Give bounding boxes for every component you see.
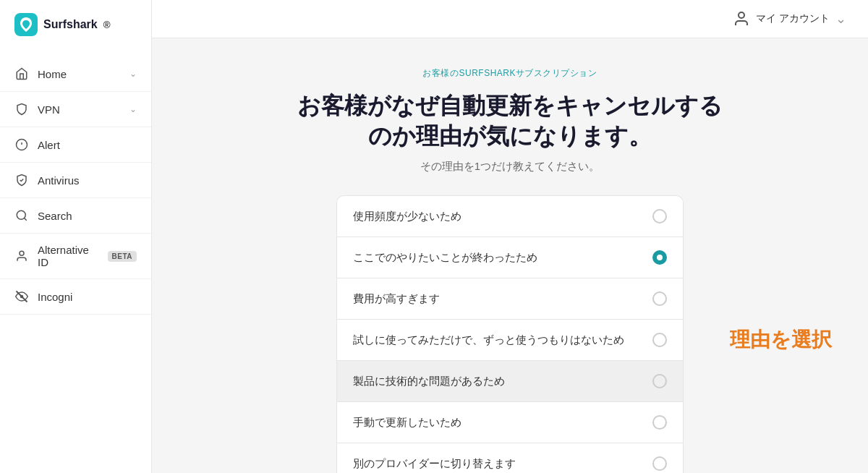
option-item[interactable]: 別のプロバイダーに切り替えます	[336, 443, 684, 473]
option-item[interactable]: ここでのやりたいことが終わったため	[336, 236, 684, 278]
search-icon	[14, 208, 29, 223]
logo-trademark: ®	[103, 20, 111, 30]
sidebar-item-antivirus[interactable]: Antivirus	[0, 163, 151, 198]
topbar: マイ アカウント ⌄	[152, 0, 868, 38]
svg-point-9	[739, 12, 744, 18]
account-label: マイ アカウント	[756, 12, 830, 25]
radio-button[interactable]	[652, 333, 667, 347]
option-label: ここでのやりたいことが終わったため	[353, 251, 537, 265]
main-content: マイ アカウント ⌄ お客様のSURFSHARKサブスクリプション お客様がなぜ…	[152, 0, 868, 473]
sidebar-item-antivirus-label: Antivirus	[38, 174, 137, 187]
sidebar-item-alternative-id-label: Alternative ID	[38, 244, 99, 268]
option-label: 費用が高すぎます	[353, 292, 440, 306]
options-list: 使用頻度が少ないためここでのやりたいことが終わったため費用が高すぎます試しに使っ…	[336, 195, 684, 473]
content-area: お客様のSURFSHARKサブスクリプション お客様がなぜ自動更新をキャンセルす…	[152, 38, 868, 473]
sidebar-item-alternative-id[interactable]: Alternative ID BETA	[0, 234, 151, 279]
chevron-down-icon: ⌄	[835, 11, 846, 27]
svg-point-4	[17, 210, 25, 219]
option-item[interactable]: 使用頻度が少ないため	[336, 195, 684, 236]
person-icon	[14, 249, 29, 263]
option-label: 製品に技術的な問題があるため	[353, 375, 505, 388]
option-label: 別のプロバイダーに切り替えます	[353, 457, 516, 471]
radio-button[interactable]	[652, 209, 667, 223]
radio-button[interactable]	[652, 250, 667, 265]
logo-text: Surfshark	[43, 18, 98, 31]
sidebar-item-home[interactable]: Home ⌄	[0, 56, 151, 92]
chevron-down-icon: ⌄	[129, 104, 137, 114]
svg-line-5	[24, 218, 26, 220]
sidebar-item-alert-label: Alert	[38, 139, 137, 151]
account-button[interactable]: マイ アカウント ⌄	[733, 10, 846, 27]
radio-button[interactable]	[652, 374, 667, 388]
sidebar: Surfshark ® Home ⌄ VPN ⌄	[0, 0, 152, 473]
sub-title: その理由を1つだけ教えてください。	[420, 160, 600, 174]
subscription-label: お客様のSURFSHARKサブスクリプション	[422, 67, 597, 80]
nav-items: Home ⌄ VPN ⌄ Alert	[0, 49, 151, 473]
sidebar-item-search[interactable]: Search	[0, 198, 151, 234]
shield-icon	[14, 102, 29, 116]
beta-badge: BETA	[108, 251, 137, 262]
incogni-icon	[14, 289, 29, 304]
sidebar-item-vpn[interactable]: VPN ⌄	[0, 92, 151, 127]
chevron-down-icon: ⌄	[129, 69, 137, 79]
radio-button[interactable]	[652, 291, 667, 306]
sidebar-item-home-label: Home	[38, 68, 121, 80]
antivirus-icon	[14, 173, 29, 187]
option-label: 使用頻度が少ないため	[353, 210, 461, 223]
sidebar-item-incogni[interactable]: Incogni	[0, 279, 151, 315]
alert-icon	[14, 137, 29, 152]
logo: Surfshark ®	[0, 0, 151, 49]
floating-label: 理由を選択	[730, 326, 832, 354]
option-item[interactable]: 費用が高すぎます	[336, 278, 684, 319]
sidebar-item-vpn-label: VPN	[38, 103, 121, 116]
radio-button[interactable]	[652, 456, 667, 471]
svg-point-6	[20, 251, 24, 255]
main-title: お客様がなぜ自動更新をキャンセルするのか理由が気になります。	[293, 91, 727, 151]
option-item[interactable]: 試しに使ってみただけで、ずっと使うつもりはないため	[336, 319, 684, 360]
account-icon	[733, 10, 750, 27]
option-label: 手動で更新したいため	[353, 416, 461, 430]
home-icon	[14, 67, 29, 81]
sidebar-item-search-label: Search	[38, 210, 137, 222]
options-wrapper: 使用頻度が少ないためここでのやりたいことが終わったため費用が高すぎます試しに使っ…	[195, 195, 825, 473]
sidebar-item-incogni-label: Incogni	[38, 291, 137, 303]
option-item[interactable]: 製品に技術的な問題があるため	[336, 360, 684, 401]
option-item[interactable]: 手動で更新したいため	[336, 401, 684, 443]
surfshark-logo-icon	[14, 13, 38, 36]
option-label: 試しに使ってみただけで、ずっと使うつもりはないため	[353, 333, 624, 347]
radio-button[interactable]	[652, 415, 667, 430]
sidebar-item-alert[interactable]: Alert	[0, 127, 151, 163]
